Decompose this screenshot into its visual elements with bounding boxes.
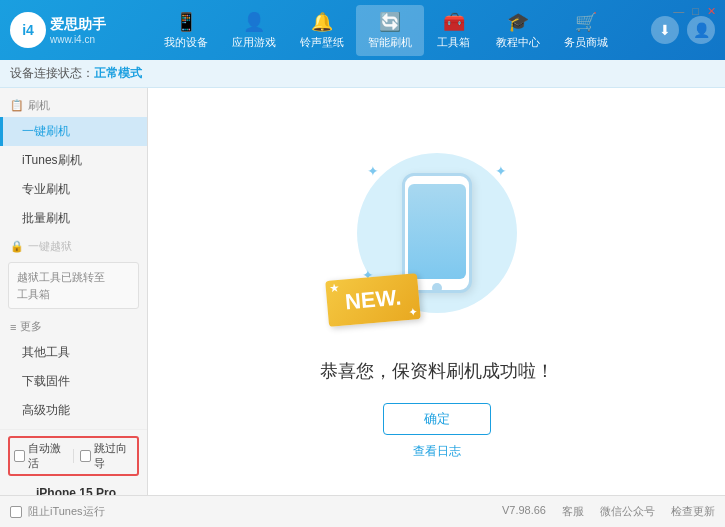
footer: 阻止iTunes运行 V7.98.66 客服 微信公众号 检查更新 (0, 495, 725, 527)
nav-service[interactable]: 🛒 务员商城 (552, 5, 620, 56)
nav-app-game[interactable]: 👤 应用游戏 (220, 5, 288, 56)
success-illustration: ✦ ✦ ✦ NEW. (337, 123, 537, 343)
more-icon: ≡ (10, 321, 16, 333)
check-update-link[interactable]: 检查更新 (671, 504, 715, 519)
sidebar-download-firmware[interactable]: 下载固件 (0, 367, 147, 396)
footer-right: V7.98.66 客服 微信公众号 检查更新 (502, 504, 715, 519)
sparkle-icon-2: ✦ (495, 163, 507, 179)
toolbox-icon: 🧰 (443, 11, 465, 33)
version-label: V7.98.66 (502, 504, 546, 519)
itunes-checkbox[interactable] (10, 506, 22, 518)
my-device-icon: 📱 (175, 11, 197, 33)
one-key-flash-label: 一键刷机 (22, 124, 70, 138)
nav-my-device[interactable]: 📱 我的设备 (152, 5, 220, 56)
phone-screen (408, 184, 466, 279)
new-badge-text: NEW. (343, 285, 401, 315)
view-log-link[interactable]: 查看日志 (413, 443, 461, 460)
service-icon: 🛒 (575, 11, 597, 33)
minimize-button[interactable]: — (670, 4, 687, 19)
batch-flash-label: 批量刷机 (22, 211, 70, 225)
status-label: 设备连接状态： (10, 65, 94, 82)
phone-home-button (432, 283, 442, 293)
sparkle-icon-1: ✦ (367, 163, 379, 179)
nav-tutorial[interactable]: 🎓 教程中心 (484, 5, 552, 56)
sidebar: 📋 刷机 一键刷机 iTunes刷机 专业刷机 批量刷机 🔒 一键越狱 越狱工具… (0, 88, 148, 495)
sidebar-jailbreak-header: 🔒 一键越狱 (0, 233, 147, 258)
logo-symbol: i4 (22, 22, 34, 38)
nav-bar: 📱 我的设备 👤 应用游戏 🔔 铃声壁纸 🔄 智能刷机 🧰 工具箱 🎓 (120, 5, 651, 56)
toolbox-label: 工具箱 (437, 35, 470, 50)
customer-service-link[interactable]: 客服 (562, 504, 584, 519)
itunes-label: 阻止iTunes运行 (28, 504, 105, 519)
device-info: 📱 iPhone 15 Pro Max 512GB iPhone (8, 482, 139, 495)
logo-text-group: 爱思助手 www.i4.cn (50, 16, 106, 45)
main-layout: 📋 刷机 一键刷机 iTunes刷机 专业刷机 批量刷机 🔒 一键越狱 越狱工具… (0, 88, 725, 495)
nav-ringtone[interactable]: 🔔 铃声壁纸 (288, 5, 356, 56)
main-content: ✦ ✦ ✦ NEW. 恭喜您，保资料刷机成功啦！ 确定 查看日志 (148, 88, 725, 495)
status-bar: 设备连接状态： 正常模式 (0, 60, 725, 88)
auto-activate-check-box[interactable] (14, 450, 25, 462)
sidebar-more-header: ≡ 更多 (0, 313, 147, 338)
skip-guide-check-box[interactable] (80, 450, 91, 462)
auto-activate-row: 自动激活 跳过向导 (8, 436, 139, 476)
restore-button[interactable]: □ (689, 4, 702, 19)
sidebar-flash-header: 📋 刷机 (0, 92, 147, 117)
nav-toolbox[interactable]: 🧰 工具箱 (424, 5, 484, 56)
flash-section-icon: 📋 (10, 99, 24, 112)
window-controls: — □ ✕ (664, 0, 725, 23)
tutorial-icon: 🎓 (507, 11, 529, 33)
close-button[interactable]: ✕ (704, 4, 719, 19)
my-device-label: 我的设备 (164, 35, 208, 50)
auto-activate-checkbox[interactable]: 自动激活 (14, 441, 67, 471)
logo-main: 爱思助手 (50, 16, 106, 34)
download-firmware-label: 下载固件 (22, 374, 70, 388)
device-details: iPhone 15 Pro Max 512GB iPhone (36, 486, 139, 495)
sidebar-itunes-flash[interactable]: iTunes刷机 (0, 146, 147, 175)
other-tools-label: 其他工具 (22, 345, 70, 359)
nav-smart-flash[interactable]: 🔄 智能刷机 (356, 5, 424, 56)
pro-flash-label: 专业刷机 (22, 182, 70, 196)
new-badge: NEW. (325, 273, 421, 327)
app-game-label: 应用游戏 (232, 35, 276, 50)
sidebar-other-tools[interactable]: 其他工具 (0, 338, 147, 367)
itunes-flash-label: iTunes刷机 (22, 153, 82, 167)
device-area: 自动激活 跳过向导 📱 iPhone 15 Pro Max 512GB iPho… (0, 429, 147, 495)
app-game-icon: 👤 (243, 11, 265, 33)
status-mode: 正常模式 (94, 65, 142, 82)
lock-icon: 🔒 (10, 240, 24, 253)
flash-section-label: 刷机 (28, 98, 50, 113)
sidebar-advanced[interactable]: 高级功能 (0, 396, 147, 425)
more-section-label: 更多 (20, 319, 42, 334)
logo: i4 爱思助手 www.i4.cn (10, 12, 120, 48)
wechat-public-link[interactable]: 微信公众号 (600, 504, 655, 519)
smart-flash-label: 智能刷机 (368, 35, 412, 50)
sidebar-notice: 越狱工具已跳转至工具箱 (8, 262, 139, 309)
ringtone-icon: 🔔 (311, 11, 333, 33)
service-label: 务员商城 (564, 35, 608, 50)
confirm-button[interactable]: 确定 (383, 403, 491, 435)
sidebar-batch-flash[interactable]: 批量刷机 (0, 204, 147, 233)
logo-sub: www.i4.cn (50, 34, 106, 45)
auto-activate-label: 自动激活 (28, 441, 67, 471)
device-name: iPhone 15 Pro Max (36, 486, 139, 495)
checkbox-divider (73, 449, 74, 463)
tutorial-label: 教程中心 (496, 35, 540, 50)
header: i4 爱思助手 www.i4.cn 📱 我的设备 👤 应用游戏 🔔 铃声壁纸 🔄 (0, 0, 725, 60)
jailbreak-section-label: 一键越狱 (28, 239, 72, 254)
logo-icon: i4 (10, 12, 46, 48)
smart-flash-icon: 🔄 (379, 11, 401, 33)
notice-text: 越狱工具已跳转至工具箱 (17, 271, 105, 300)
ringtone-label: 铃声壁纸 (300, 35, 344, 50)
footer-left: 阻止iTunes运行 (10, 504, 105, 519)
advanced-label: 高级功能 (22, 403, 70, 417)
skip-guide-checkbox[interactable]: 跳过向导 (80, 441, 133, 471)
success-message: 恭喜您，保资料刷机成功啦！ (320, 359, 554, 383)
sidebar-one-key-flash[interactable]: 一键刷机 (0, 117, 147, 146)
sidebar-pro-flash[interactable]: 专业刷机 (0, 175, 147, 204)
skip-guide-label: 跳过向导 (94, 441, 133, 471)
